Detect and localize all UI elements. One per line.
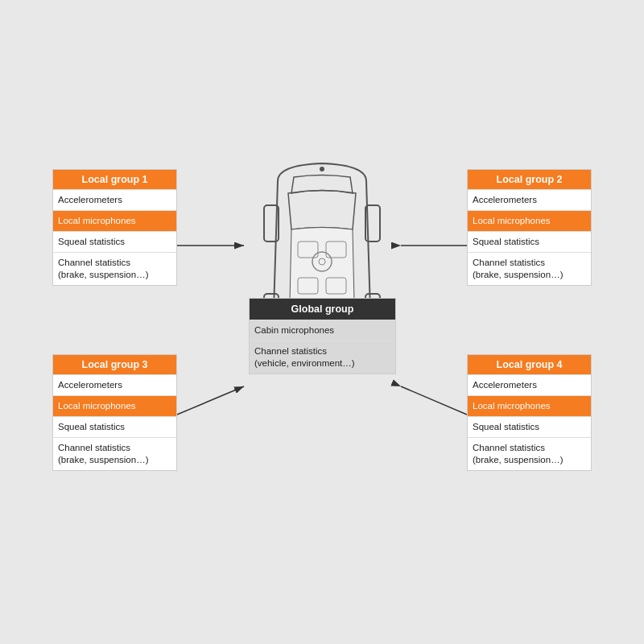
local-group-4-row-3: Channel statistics(brake, suspension…) [468, 437, 591, 470]
global-group-row-1: Channel statistics(vehicle, environment…… [250, 341, 395, 374]
local-group-3-row-2: Squeal statistics [53, 416, 176, 437]
global-group-header: Global group [250, 299, 395, 320]
diagram-container: Local group 1 Accelerometers Local micro… [0, 0, 644, 644]
local-group-3-row-0: Accelerometers [53, 374, 176, 395]
local-group-1-row-3: Channel statistics(brake, suspension…) [53, 252, 176, 285]
global-group-box: Global group Cabin microphones Channel s… [249, 298, 396, 374]
local-group-2-row-3: Channel statistics(brake, suspension…) [468, 252, 591, 285]
local-group-1-row-1: Local microphones [53, 210, 176, 231]
arrow-br [401, 386, 467, 415]
local-group-2-row-0: Accelerometers [468, 189, 591, 210]
local-group-4-header: Local group 4 [468, 355, 591, 374]
arrow-bl [177, 386, 244, 415]
local-group-1-row-2: Squeal statistics [53, 231, 176, 252]
local-group-3-row-1: Local microphones [53, 395, 176, 416]
local-group-3-header: Local group 3 [53, 355, 176, 374]
local-group-2-box: Local group 2 Accelerometers Local micro… [467, 169, 592, 286]
local-group-4-box: Local group 4 Accelerometers Local micro… [467, 354, 592, 471]
local-group-1-row-0: Accelerometers [53, 189, 176, 210]
local-group-1-box: Local group 1 Accelerometers Local micro… [52, 169, 177, 286]
local-group-3-box: Local group 3 Accelerometers Local micro… [52, 354, 177, 471]
local-group-4-row-2: Squeal statistics [468, 416, 591, 437]
local-group-4-row-0: Accelerometers [468, 374, 591, 395]
local-group-1-header: Local group 1 [53, 170, 176, 189]
local-group-2-row-1: Local microphones [468, 210, 591, 231]
svg-point-8 [320, 167, 324, 171]
local-group-2-row-2: Squeal statistics [468, 231, 591, 252]
global-group-row-0: Cabin microphones [250, 320, 395, 341]
local-group-2-header: Local group 2 [468, 170, 591, 189]
local-group-3-row-3: Channel statistics(brake, suspension…) [53, 437, 176, 470]
local-group-4-row-1: Local microphones [468, 395, 591, 416]
